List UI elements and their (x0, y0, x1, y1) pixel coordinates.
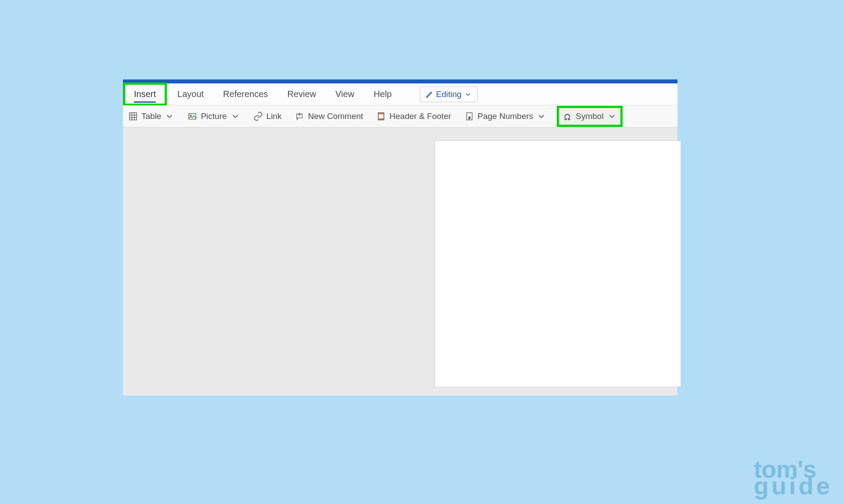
watermark-logo: tom's guide (754, 459, 832, 496)
tab-review[interactable]: Review (278, 85, 325, 104)
tab-help[interactable]: Help (365, 85, 400, 104)
app-window: Insert Layout References Review View Hel… (123, 79, 677, 396)
tab-layout[interactable]: Layout (169, 85, 213, 104)
editing-mode-button[interactable]: Editing (420, 86, 478, 102)
chevron-down-icon (231, 112, 240, 121)
tab-references[interactable]: References (214, 85, 277, 104)
picture-label: Picture (201, 112, 227, 121)
link-icon (253, 112, 263, 121)
chevron-down-icon (607, 112, 617, 121)
svg-text:#: # (468, 115, 471, 119)
link-label: Link (267, 112, 282, 121)
chevron-down-icon (464, 90, 472, 98)
pencil-icon (425, 90, 433, 98)
table-icon (128, 112, 138, 121)
comment-icon (295, 112, 304, 121)
editing-label: Editing (436, 90, 461, 99)
svg-rect-0 (130, 112, 137, 120)
ribbon-tabs: Insert Layout References Review View Hel… (123, 83, 677, 105)
highlight-symbol-button: Symbol (557, 106, 622, 127)
insert-toolbar: Table Picture Link (123, 105, 677, 127)
chevron-down-icon (537, 112, 546, 121)
tab-insert[interactable]: Insert (125, 85, 165, 104)
page-numbers-icon: # (465, 112, 474, 121)
tab-view[interactable]: View (327, 85, 363, 104)
highlight-insert-tab: Insert (123, 83, 167, 106)
title-bar (123, 79, 677, 83)
symbol-button[interactable]: Symbol (562, 112, 616, 121)
watermark-line2: guide (754, 472, 832, 500)
chevron-down-icon (165, 112, 174, 121)
document-page[interactable] (435, 140, 681, 386)
link-button[interactable]: Link (251, 109, 285, 124)
new-comment-label: New Comment (308, 112, 363, 121)
omega-icon (562, 112, 572, 121)
table-label: Table (141, 112, 161, 121)
header-footer-button[interactable]: Header & Footer (374, 109, 454, 124)
table-button[interactable]: Table (126, 109, 177, 124)
document-canvas (123, 127, 677, 396)
header-footer-icon (376, 112, 386, 121)
page-numbers-button[interactable]: # Page Numbers (462, 109, 549, 124)
page-numbers-label: Page Numbers (478, 112, 533, 121)
symbol-label: Symbol (576, 112, 603, 121)
header-footer-label: Header & Footer (389, 112, 451, 121)
picture-button[interactable]: Picture (185, 109, 242, 124)
new-comment-button[interactable]: New Comment (292, 109, 366, 124)
picture-icon (187, 112, 197, 121)
